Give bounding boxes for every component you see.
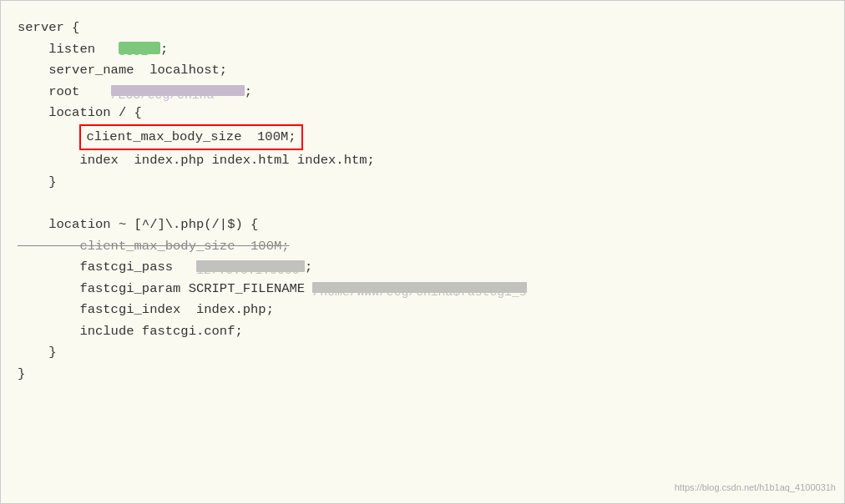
code-line-7: index index.php index.html index.htm; [18, 150, 827, 172]
redacted-fastcgi-pass: 127.0.0.1:9000 [196, 260, 305, 271]
code-line-17: } [18, 364, 827, 386]
code-line-14: fastcgi_index index.php; [18, 300, 827, 321]
code-line-6: client_max_body_size 100M; [18, 124, 827, 151]
watermark: https://blog.csdn.net/h1b1aq_4100031h [675, 480, 836, 495]
code-line-11: client_max_body_size 100M; [18, 236, 827, 258]
code-line-12: fastcgi_pass 127.0.0.1:9000; [18, 257, 827, 279]
highlighted-directive: client_max_body_size 100M; [79, 124, 302, 151]
code-line-8: } [18, 172, 827, 194]
code-line-4: root /ECG/ecg/china; [18, 82, 827, 103]
redacted-script-filename: /home/www/ecg/china$fastcgi_s [312, 282, 526, 293]
code-line-13: fastcgi_param SCRIPT_FILENAME /home/www/… [18, 279, 827, 300]
code-line-16: } [18, 342, 827, 364]
code-line-2: listen 5351; [18, 39, 827, 61]
code-line-3: server_name localhost; [18, 60, 827, 82]
code-block: server { listen 5351; server_name localh… [0, 0, 845, 504]
code-line-15: include fastcgi.conf; [18, 321, 827, 343]
code-line-9 [18, 194, 827, 215]
code-line-10: location ~ [^/]\.php(/|$) { [18, 214, 827, 236]
redacted-port: 5351 [119, 42, 160, 54]
redacted-root-path: /ECG/ecg/china [111, 85, 245, 96]
code-line-5: location / { [18, 103, 827, 124]
code-line-1: server { [18, 18, 827, 39]
